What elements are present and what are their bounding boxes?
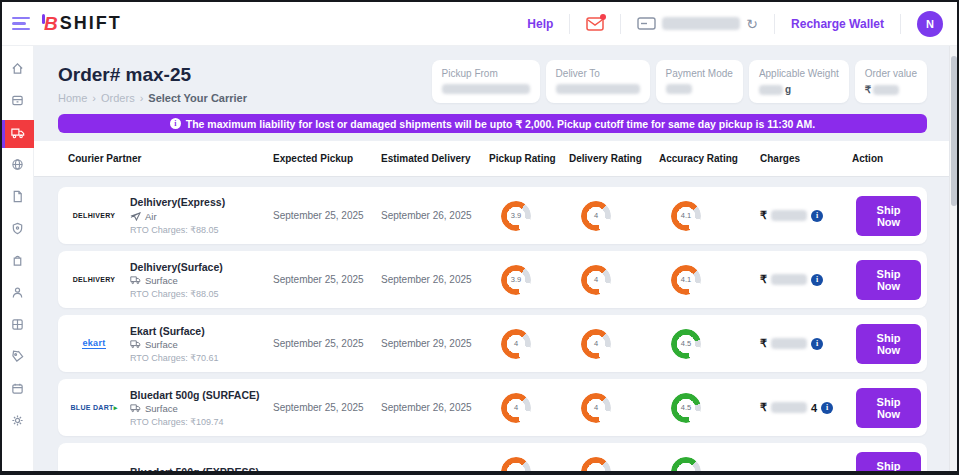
notification-dot [600, 14, 606, 20]
charges-info-icon[interactable]: i [811, 210, 823, 222]
divider [774, 14, 775, 34]
breadcrumb-orders[interactable]: Orders [101, 92, 143, 104]
pickup-rating-gauge: 3.9 [501, 201, 531, 231]
home-icon [11, 61, 24, 79]
delhivery-logo: DELHIVERY [73, 212, 116, 219]
help-link[interactable]: Help [527, 17, 553, 31]
user-avatar[interactable]: N [917, 11, 943, 37]
charges-redacted [771, 338, 807, 349]
refresh-icon[interactable]: ↻ [746, 17, 758, 31]
ship-now-button[interactable]: Ship Now [856, 196, 921, 236]
sidebar-item-settings[interactable] [2, 408, 34, 436]
estimated-delivery-date: September 26, 2025 [381, 402, 489, 413]
col-courier-partner: Courier Partner [68, 153, 273, 164]
brand-logo: B SHIFT [44, 13, 122, 34]
ship-now-button[interactable]: Ship Now [856, 260, 921, 300]
col-accuracy-rating: Accuracy Rating [659, 153, 760, 164]
sidebar-nav [2, 46, 34, 471]
carrier-list: DELHIVERY Delhivery(Express) Air RTO Cha… [58, 187, 927, 471]
applicable-weight-label: Applicable Weight [759, 68, 839, 79]
sidebar-item-protection[interactable] [2, 216, 34, 244]
surface-truck-icon [130, 339, 141, 351]
pickup-rating-gauge: 4 [501, 393, 531, 423]
wallet-card-icon [637, 17, 656, 30]
sidebar-item-orders[interactable] [2, 88, 34, 116]
payment-mode-value-redacted [666, 84, 692, 94]
calendar-icon [11, 381, 24, 399]
sidebar-item-shipments[interactable] [2, 120, 34, 148]
transport-mode: Surface [145, 339, 178, 350]
charges-info-icon[interactable]: i [821, 402, 833, 414]
sidebar-item-calendar[interactable] [2, 376, 34, 404]
sidebar-item-customers[interactable] [2, 280, 34, 308]
app-window: B SHIFT Help ↻ Recharge Wallet N [0, 0, 959, 475]
info-icon: i [170, 118, 181, 129]
pickup-from-label: Pickup From [442, 68, 530, 79]
box-icon [11, 93, 24, 111]
sidebar-item-products[interactable] [2, 248, 34, 276]
bag-icon [11, 253, 24, 271]
delivery-rating-gauge: 4 [581, 329, 611, 359]
accuracy-rating-gauge: 4.1 [671, 201, 701, 231]
pickup-from-value-redacted [442, 84, 530, 94]
person-icon [11, 285, 24, 303]
rto-charges: RTO Charges: ₹70.61 [130, 353, 218, 363]
menu-icon[interactable] [12, 17, 30, 31]
deliver-to-value-redacted [556, 84, 640, 94]
estimated-delivery-date: September 26, 2025 [381, 210, 489, 221]
gear-icon [11, 413, 24, 431]
pickup-rating-gauge [501, 457, 531, 472]
breadcrumb-current: Select Your Carrier [148, 92, 247, 104]
sidebar-item-apps[interactable] [2, 312, 34, 340]
carrier-row-delhivery-surface: DELHIVERY Delhivery(Surface) Surface RTO… [58, 251, 927, 308]
carrier-name: Bluedart 500g (EXPRESS) [130, 466, 259, 472]
order-info-cards: Pickup From Deliver To Payment Mode Appl… [432, 60, 927, 103]
sidebar-item-home[interactable] [2, 56, 34, 84]
sidebar-item-offers[interactable] [2, 344, 34, 372]
delhivery-logo: DELHIVERY [73, 276, 116, 283]
carrier-row-bluedart-express: Bluedart 500g (EXPRESS) Ship Now [58, 443, 927, 471]
pickup-rating-gauge: 3.9 [501, 265, 531, 295]
sidebar-item-documents[interactable] [2, 184, 34, 212]
wallet-balance: ↻ [637, 17, 758, 31]
charges-cell: ₹i [760, 209, 852, 222]
payment-mode-label: Payment Mode [666, 68, 733, 79]
recharge-wallet-button[interactable]: Recharge Wallet [791, 17, 884, 31]
charges-cell: ₹i [760, 337, 852, 350]
order-value-label: Order value [865, 68, 917, 79]
estimated-delivery-date: September 29, 2025 [381, 338, 489, 349]
shield-icon [11, 221, 24, 239]
top-header: B SHIFT Help ↻ Recharge Wallet N [2, 2, 957, 46]
order-value-redacted [873, 85, 899, 95]
carrier-name: Delhivery(Surface) [130, 261, 223, 273]
pickup-from-card: Pickup From [432, 60, 540, 103]
sidebar-item-tracking[interactable] [2, 152, 34, 180]
surface-truck-icon [130, 275, 141, 287]
ship-now-button[interactable]: Ship Now [856, 388, 921, 428]
scrollbar-thumb[interactable] [951, 56, 957, 206]
order-value-currency: ₹ [865, 84, 871, 95]
col-charges: Charges [760, 153, 852, 164]
grid-icon [11, 317, 24, 335]
charges-cell: ₹4i [760, 401, 852, 414]
rto-charges: RTO Charges: ₹88.05 [130, 225, 225, 235]
brand-glyph-icon: B [44, 14, 58, 33]
delivery-rating-gauge: 4 [581, 393, 611, 423]
carrier-name: Bluedart 500g (SURFACE) [130, 389, 260, 401]
breadcrumb: Home Orders Select Your Carrier [58, 92, 247, 104]
divider [620, 14, 621, 34]
breadcrumb-home[interactable]: Home [58, 92, 96, 104]
ship-now-button[interactable]: Ship Now [856, 324, 921, 364]
surface-truck-icon [130, 403, 141, 415]
weight-unit: g [785, 84, 791, 95]
col-expected-pickup: Expected Pickup [273, 153, 381, 164]
air-icon [130, 210, 141, 223]
divider [569, 14, 570, 34]
charges-info-icon[interactable]: i [811, 274, 823, 286]
transport-mode: Surface [145, 275, 178, 286]
ship-now-button[interactable]: Ship Now [856, 452, 921, 472]
charges-info-icon[interactable]: i [811, 338, 823, 350]
rto-charges: RTO Charges: ₹88.05 [130, 289, 223, 299]
mail-icon[interactable] [586, 17, 604, 31]
delivery-rating-gauge: 4 [581, 265, 611, 295]
